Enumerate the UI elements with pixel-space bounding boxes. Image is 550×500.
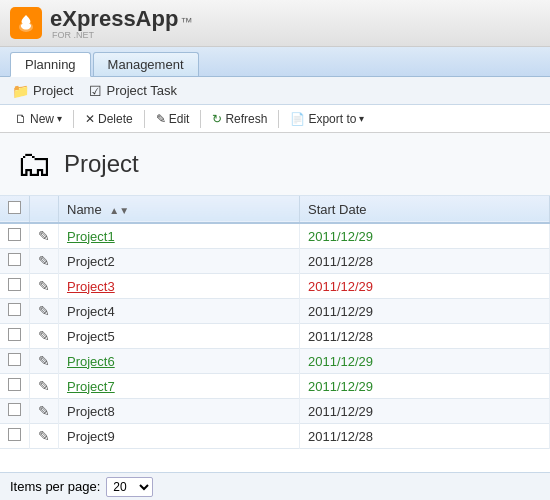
page-size-select[interactable]: 20 10 50 100: [106, 477, 153, 497]
row-checkbox-cell: [0, 349, 30, 374]
tab-planning[interactable]: Planning: [10, 52, 91, 77]
col-header-start-date[interactable]: Start Date: [299, 196, 549, 223]
row-date-cell: 2011/12/29: [299, 349, 549, 374]
export-label: Export to: [308, 112, 356, 126]
col-header-name[interactable]: Name ▲▼: [59, 196, 300, 223]
row-date: 2011/12/28: [308, 254, 373, 269]
delete-button[interactable]: ✕ Delete: [78, 109, 140, 129]
row-edit-cell: ✎: [30, 249, 59, 274]
row-name-cell: Project9: [59, 424, 300, 449]
row-name-cell: Project1: [59, 223, 300, 249]
row-date: 2011/12/29: [308, 379, 373, 394]
page-title: Project: [64, 150, 139, 178]
row-checkbox[interactable]: [8, 303, 21, 316]
row-date-cell: 2011/12/29: [299, 399, 549, 424]
row-name[interactable]: Project6: [67, 354, 115, 369]
page-icon: 🗂: [16, 143, 52, 185]
subnav-project[interactable]: 📁 Project: [12, 83, 73, 99]
sep2: [144, 110, 145, 128]
row-edit-cell: ✎: [30, 399, 59, 424]
row-checkbox[interactable]: [8, 253, 21, 266]
row-name[interactable]: Project3: [67, 279, 115, 294]
row-name[interactable]: Project2: [67, 254, 115, 269]
table-row: ✎ Project8 2011/12/29: [0, 399, 550, 424]
row-date: 2011/12/29: [308, 404, 373, 419]
row-checkbox-cell: [0, 299, 30, 324]
row-date-cell: 2011/12/29: [299, 274, 549, 299]
row-edit-icon[interactable]: ✎: [38, 228, 50, 244]
row-name-cell: Project7: [59, 374, 300, 399]
subnav-project-label: Project: [33, 83, 73, 98]
row-edit-icon[interactable]: ✎: [38, 428, 50, 444]
row-edit-icon[interactable]: ✎: [38, 378, 50, 394]
edit-toolbar-icon: ✎: [156, 112, 166, 126]
subnav-project-task-label: Project Task: [106, 83, 177, 98]
export-icon: 📄: [290, 112, 305, 126]
new-label: New: [30, 112, 54, 126]
row-edit-icon[interactable]: ✎: [38, 403, 50, 419]
row-edit-cell: ✎: [30, 374, 59, 399]
delete-label: Delete: [98, 112, 133, 126]
row-name[interactable]: Project8: [67, 404, 115, 419]
row-edit-cell: ✎: [30, 424, 59, 449]
row-edit-cell: ✎: [30, 349, 59, 374]
project-icon: 📁: [12, 83, 29, 99]
subnav-project-task[interactable]: ☑ Project Task: [89, 83, 177, 99]
row-name[interactable]: Project4: [67, 304, 115, 319]
row-name[interactable]: Project7: [67, 379, 115, 394]
tab-management[interactable]: Management: [93, 52, 199, 76]
row-checkbox[interactable]: [8, 328, 21, 341]
edit-button[interactable]: ✎ Edit: [149, 109, 197, 129]
toolbar: 🗋 New ▾ ✕ Delete ✎ Edit ↻ Refresh 📄 Expo…: [0, 105, 550, 133]
row-date-cell: 2011/12/28: [299, 324, 549, 349]
row-edit-icon[interactable]: ✎: [38, 253, 50, 269]
row-checkbox[interactable]: [8, 353, 21, 366]
row-date: 2011/12/28: [308, 329, 373, 344]
row-checkbox-cell: [0, 424, 30, 449]
app-title-group: eXpressApp™ FOR .NET: [50, 6, 192, 40]
sep4: [278, 110, 279, 128]
row-name[interactable]: Project5: [67, 329, 115, 344]
table-row: ✎ Project9 2011/12/28: [0, 424, 550, 449]
table-row: ✎ Project3 2011/12/29: [0, 274, 550, 299]
row-checkbox[interactable]: [8, 378, 21, 391]
row-date: 2011/12/29: [308, 229, 373, 244]
new-button[interactable]: 🗋 New ▾: [8, 109, 69, 129]
row-edit-icon[interactable]: ✎: [38, 328, 50, 344]
table-row: ✎ Project6 2011/12/29: [0, 349, 550, 374]
refresh-icon: ↻: [212, 112, 222, 126]
row-checkbox[interactable]: [8, 428, 21, 441]
row-checkbox[interactable]: [8, 403, 21, 416]
row-checkbox-cell: [0, 399, 30, 424]
row-edit-cell: ✎: [30, 223, 59, 249]
col-header-check: [0, 196, 30, 223]
row-checkbox-cell: [0, 274, 30, 299]
row-name[interactable]: Project9: [67, 429, 115, 444]
row-edit-icon[interactable]: ✎: [38, 303, 50, 319]
export-button[interactable]: 📄 Export to ▾: [283, 109, 371, 129]
trademark: ™: [180, 15, 192, 29]
row-date-cell: 2011/12/28: [299, 249, 549, 274]
table-row: ✎ Project5 2011/12/28: [0, 324, 550, 349]
row-name-cell: Project4: [59, 299, 300, 324]
app-logo: [10, 7, 42, 39]
table-footer: Items per page: 20 10 50 100: [0, 472, 550, 500]
col-header-edit: [30, 196, 59, 223]
row-edit-icon[interactable]: ✎: [38, 353, 50, 369]
refresh-button[interactable]: ↻ Refresh: [205, 109, 274, 129]
row-name[interactable]: Project1: [67, 229, 115, 244]
data-table: Name ▲▼ Start Date ✎ Project1 2011/12/29: [0, 196, 550, 449]
export-dropdown-arrow: ▾: [359, 113, 364, 124]
row-edit-cell: ✎: [30, 299, 59, 324]
select-all-checkbox[interactable]: [8, 201, 21, 214]
row-checkbox[interactable]: [8, 228, 21, 241]
row-date-cell: 2011/12/29: [299, 299, 549, 324]
row-checkbox[interactable]: [8, 278, 21, 291]
row-date-cell: 2011/12/29: [299, 374, 549, 399]
sort-icon: ▲▼: [109, 205, 129, 216]
col-name-label: Name: [67, 202, 102, 217]
table-row: ✎ Project2 2011/12/28: [0, 249, 550, 274]
row-edit-icon[interactable]: ✎: [38, 278, 50, 294]
row-date-cell: 2011/12/28: [299, 424, 549, 449]
row-checkbox-cell: [0, 223, 30, 249]
